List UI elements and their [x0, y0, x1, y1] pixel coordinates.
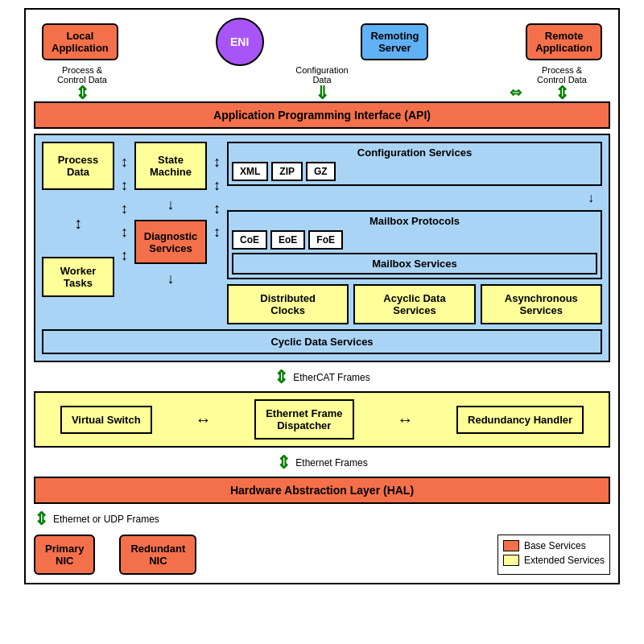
- worker-tasks-box: WorkerTasks: [42, 257, 114, 297]
- mailbox-sub-row: CoE EoE FoE: [232, 230, 597, 250]
- main-border: LocalApplication ENI RemotingServer Remo…: [24, 8, 620, 584]
- arrow-v5: ↕: [121, 247, 128, 264]
- redundant-nic-box: RedundantNIC: [119, 535, 196, 575]
- config-sub-row: XML ZIP GZ: [232, 162, 597, 181]
- ethernet-arrow: ⇕: [276, 452, 291, 473]
- legend-base-label: Base Services: [524, 540, 586, 551]
- eni-label: ENI: [230, 35, 249, 48]
- mailbox-eoe-box: EoE: [270, 230, 305, 250]
- api-bar-label: Application Programming Interface (API): [213, 109, 431, 122]
- dispatcher-label: Ethernet FrameDispatcher: [266, 407, 342, 431]
- config-zip-box: ZIP: [271, 162, 303, 181]
- arrow-v1: ↕: [121, 154, 128, 171]
- dispatcher-box: Ethernet FrameDispatcher: [254, 399, 353, 440]
- arrow-group-3: Process &Control Data ⇕: [530, 65, 594, 102]
- mailbox-services-box: Mailbox Services: [232, 253, 597, 275]
- arrows-col2: ↕ ↕ ↕ ↕: [213, 142, 221, 241]
- arrow-down-2: ⇓: [315, 85, 329, 102]
- ethernet-frames-label: Ethernet Frames: [295, 457, 367, 469]
- ethercat-frames-label: EtherCAT Frames: [293, 372, 370, 383]
- remote-application-box: RemoteApplication: [526, 23, 602, 60]
- state-machine-box: StateMachine: [134, 142, 207, 190]
- arrow-sm-down: ↓: [167, 196, 175, 213]
- primary-nic-label: PrimaryNIC: [45, 543, 84, 567]
- hal-bar-label: Hardware Abstraction Layer (HAL): [230, 484, 414, 497]
- switch-area: Virtual Switch ↔ Ethernet FrameDispatche…: [34, 391, 610, 448]
- mailbox-coe-box: CoE: [232, 230, 267, 250]
- legend-extended: Extended Services: [503, 555, 605, 566]
- arrows-col1: ↕ ↕ ↕ ↕ ↕: [121, 142, 128, 264]
- process-data-label: ProcessData: [58, 154, 99, 178]
- acyclic-data-label: Acyclic DataServices: [383, 292, 445, 316]
- arrow-v7: ↕: [213, 177, 221, 194]
- process-data-box: ProcessData: [42, 142, 114, 190]
- hal-bar: Hardware Abstraction Layer (HAL): [34, 477, 610, 504]
- remoting-server-box: RemotingServer: [361, 23, 428, 60]
- arrow-label-2: ConfigurationData: [295, 65, 348, 85]
- remote-application-label: RemoteApplication: [535, 30, 592, 54]
- switch-arrow-right: ↔: [397, 411, 413, 429]
- mailbox-group: Mailbox Protocols CoE EoE FoE Mailbox Se…: [227, 210, 602, 279]
- switch-row: Virtual Switch ↔ Ethernet FrameDispatche…: [42, 399, 602, 440]
- arrow-down-1: ⇕: [75, 85, 89, 102]
- acyclic-data-box: Acyclic DataServices: [353, 284, 475, 324]
- legend: Base Services Extended Services: [497, 535, 610, 575]
- local-application-label: LocalApplication: [52, 30, 109, 54]
- nic-boxes: PrimaryNIC RedundantNIC: [34, 535, 196, 575]
- arrow-down-3: ⇕: [555, 85, 569, 102]
- ethercat-arrow: ⇕: [274, 367, 288, 388]
- bottom-section: ⇕ Ethernet or UDP Frames PrimaryNIC Redu…: [34, 509, 610, 575]
- blue-row1: ProcessData ↕ WorkerTasks ↕ ↕ ↕ ↕ ↕: [42, 142, 602, 324]
- arrow-v3: ↕: [121, 200, 128, 217]
- state-machine-label: StateMachine: [150, 154, 192, 178]
- cyclic-bar-label: Cyclic Data Services: [270, 336, 373, 348]
- primary-nic-box: PrimaryNIC: [34, 535, 95, 575]
- legend-base: Base Services: [503, 540, 605, 551]
- udp-frames-label: Ethernet or UDP Frames: [53, 514, 159, 525]
- async-services-label: AsynchronousServices: [505, 292, 578, 316]
- config-xml-label: XML: [240, 166, 260, 177]
- top-section: LocalApplication ENI RemotingServer Remo…: [34, 18, 610, 66]
- config-gz-box: GZ: [306, 162, 336, 181]
- redundant-nic-label: RedundantNIC: [130, 543, 185, 567]
- diagram-container: LocalApplication ENI RemotingServer Remo…: [0, 0, 644, 644]
- legend-base-color: [503, 540, 519, 551]
- left-col: ProcessData ↕ WorkerTasks: [42, 142, 114, 297]
- arrow-v9: ↕: [213, 224, 221, 241]
- arrow-v2: ↕: [121, 177, 128, 194]
- redundancy-handler-box: Redundancy Handler: [456, 406, 584, 434]
- remote-arrow: ⇔: [510, 84, 522, 101]
- ethernet-frames-row: ⇕ Ethernet Frames: [34, 452, 610, 473]
- blue-area: ProcessData ↕ WorkerTasks ↕ ↕ ↕ ↕ ↕: [34, 134, 610, 362]
- mailbox-coe-label: CoE: [240, 234, 259, 246]
- cyclic-bar: Cyclic Data Services: [42, 329, 602, 354]
- distributed-clocks-box: DistributedClocks: [227, 284, 349, 324]
- mailbox-foe-box: FoE: [308, 230, 343, 250]
- mailbox-eoe-label: EoE: [279, 234, 297, 246]
- worker-tasks-label: WorkerTasks: [60, 265, 97, 289]
- config-services-label: Configuration Services: [232, 147, 597, 159]
- arrow-ds-down: ↓: [167, 270, 175, 287]
- udp-arrow: ⇕: [34, 509, 48, 530]
- middle-col: StateMachine ↓ DiagnosticServices ↓: [134, 142, 207, 287]
- mailbox-protocols-label: Mailbox Protocols: [232, 215, 597, 227]
- config-xml-box: XML: [232, 162, 268, 181]
- switch-arrow-left: ↔: [195, 411, 211, 429]
- config-gz-label: GZ: [314, 166, 328, 177]
- bottom-row: PrimaryNIC RedundantNIC Base Services Ex…: [34, 535, 610, 575]
- distributed-clocks-label: DistributedClocks: [260, 292, 316, 316]
- right-group: Configuration Services XML ZIP GZ ↓ Mail…: [227, 142, 602, 324]
- arrow-group-2: ConfigurationData ⇓: [290, 65, 354, 102]
- eni-box: ENI: [216, 18, 264, 66]
- api-bar: Application Programming Interface (API): [34, 101, 610, 129]
- config-zip-label: ZIP: [279, 166, 295, 177]
- v-arrow-left: ↕: [74, 214, 82, 233]
- mailbox-foe-label: FoE: [316, 234, 335, 246]
- local-application-box: LocalApplication: [42, 23, 118, 60]
- arrow-label-3: Process &Control Data: [537, 65, 587, 85]
- arrow-v4: ↕: [121, 224, 128, 241]
- arrow-v6: ↕: [213, 154, 221, 171]
- arrow-v8: ↕: [213, 200, 221, 217]
- legend-extended-color: [503, 555, 519, 566]
- ethercat-frames-row: ⇕ EtherCAT Frames: [34, 367, 610, 388]
